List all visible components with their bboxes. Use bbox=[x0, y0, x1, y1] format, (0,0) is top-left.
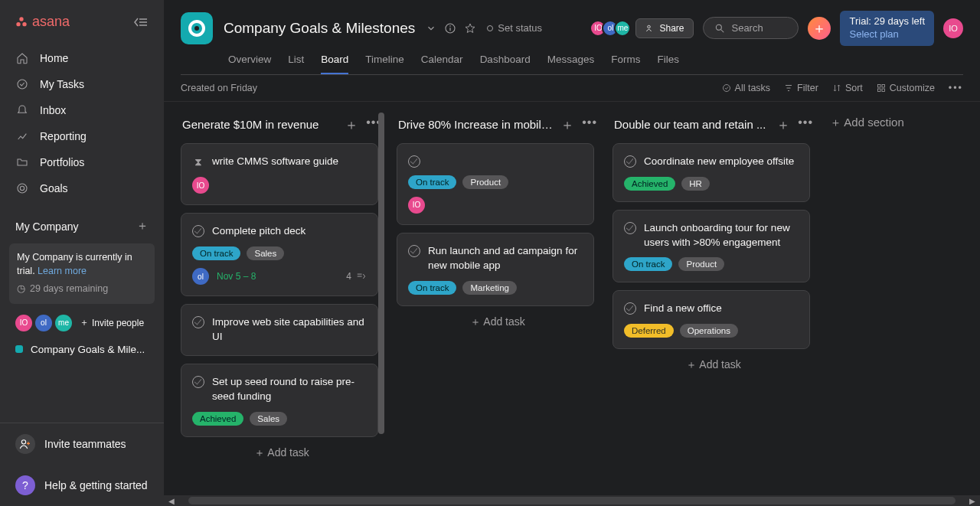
task-card[interactable]: Run launch and ad campaign for new mobil… bbox=[397, 233, 594, 306]
tab-overview[interactable]: Overview bbox=[228, 54, 271, 74]
column-more-icon[interactable]: ••• bbox=[798, 116, 813, 134]
task-title: write CMMS software guide bbox=[212, 155, 338, 169]
nav-goals[interactable]: Goals bbox=[0, 175, 164, 201]
scroll-left-icon[interactable]: ◀ bbox=[165, 497, 178, 505]
workspace-header[interactable]: My Company ＋ bbox=[0, 207, 164, 239]
current-user-avatar[interactable]: IO bbox=[943, 18, 963, 38]
horizontal-scrollbar[interactable]: ◀ ▶ bbox=[164, 495, 980, 506]
nav-home[interactable]: Home bbox=[0, 45, 164, 71]
app-logo[interactable]: asana bbox=[15, 14, 70, 30]
add-card-icon[interactable]: ＋ bbox=[560, 116, 574, 134]
complete-task-icon[interactable] bbox=[408, 155, 420, 168]
add-card-icon[interactable]: ＋ bbox=[776, 116, 790, 134]
complete-task-icon[interactable] bbox=[192, 376, 204, 388]
task-tag[interactable]: HR bbox=[681, 177, 710, 191]
created-label: Created on Friday bbox=[181, 83, 257, 93]
select-plan-link[interactable]: Select plan bbox=[849, 28, 925, 41]
tab-messages[interactable]: Messages bbox=[547, 54, 595, 74]
nav-portfolios[interactable]: Portfolios bbox=[0, 149, 164, 175]
task-tag[interactable]: On track bbox=[192, 246, 240, 260]
invite-people-link[interactable]: ＋ Invite people bbox=[80, 316, 144, 329]
task-card[interactable]: Launch onboarding tour for new users wit… bbox=[612, 210, 810, 283]
task-tag[interactable]: Marketing bbox=[462, 281, 517, 295]
task-tag[interactable]: Achieved bbox=[192, 412, 243, 426]
global-add-button[interactable]: ＋ bbox=[808, 17, 831, 40]
task-tag[interactable]: Product bbox=[462, 175, 508, 189]
task-tag[interactable]: On track bbox=[624, 257, 672, 271]
complete-task-icon[interactable] bbox=[408, 245, 420, 257]
tab-calendar[interactable]: Calendar bbox=[421, 54, 463, 74]
vertical-scrollbar[interactable] bbox=[378, 113, 384, 434]
more-icon[interactable]: ••• bbox=[949, 83, 963, 93]
task-tag[interactable]: Sales bbox=[250, 412, 287, 426]
task-tag[interactable]: Product bbox=[678, 257, 724, 271]
collapse-sidebar-icon[interactable] bbox=[133, 17, 149, 28]
project-avatar[interactable] bbox=[181, 12, 213, 44]
search-input[interactable]: Search bbox=[703, 17, 799, 39]
task-tag[interactable]: Operations bbox=[680, 324, 738, 338]
add-task-button[interactable]: ＋ Add task bbox=[397, 306, 599, 338]
task-card[interactable]: Find a new officeDeferredOperations bbox=[612, 290, 810, 349]
task-tag[interactable]: Sales bbox=[247, 246, 284, 260]
assignee-avatar[interactable]: IO bbox=[192, 177, 209, 194]
share-button[interactable]: Share bbox=[635, 18, 694, 38]
nav-mytasks[interactable]: My Tasks bbox=[0, 71, 164, 97]
tab-list[interactable]: List bbox=[288, 54, 304, 74]
avatar[interactable]: ol bbox=[35, 315, 52, 331]
assignee-avatar[interactable]: ol bbox=[192, 268, 209, 285]
trial-notice: My Company is currently in trial. Learn … bbox=[9, 243, 155, 304]
tab-files[interactable]: Files bbox=[657, 54, 679, 74]
scrollbar-track[interactable] bbox=[188, 497, 956, 504]
invite-teammates-button[interactable]: Invite teammates bbox=[0, 423, 164, 465]
avatar[interactable]: me bbox=[614, 20, 631, 37]
add-task-button[interactable]: ＋ Add task bbox=[181, 437, 383, 469]
complete-task-icon[interactable] bbox=[624, 302, 636, 315]
avatar[interactable]: me bbox=[55, 315, 72, 331]
project-link[interactable]: Company Goals & Mile... bbox=[0, 338, 164, 361]
svg-point-6 bbox=[18, 80, 27, 89]
task-card[interactable]: Coordinate new employee offsiteAchievedH… bbox=[612, 143, 810, 202]
add-section-button[interactable]: ＋ Add section bbox=[828, 113, 906, 485]
add-workspace-icon[interactable]: ＋ bbox=[136, 218, 149, 234]
task-card[interactable]: Set up seed round to raise pre-seed fund… bbox=[181, 364, 378, 437]
task-tag[interactable]: On track bbox=[408, 281, 456, 295]
task-tag[interactable]: On track bbox=[408, 175, 456, 189]
trial-banner[interactable]: Trial: 29 days left Select plan bbox=[840, 11, 934, 46]
tab-forms[interactable]: Forms bbox=[611, 54, 640, 74]
tab-board[interactable]: Board bbox=[321, 54, 348, 74]
task-card[interactable]: Improve web site capabilities and UI bbox=[181, 304, 378, 356]
asana-logo-icon bbox=[15, 15, 28, 29]
task-card[interactable]: Complete pitch deckOn trackSalesolNov 5 … bbox=[181, 213, 378, 296]
tab-dashboard[interactable]: Dashboard bbox=[480, 54, 531, 74]
learn-more-link[interactable]: Learn more bbox=[38, 266, 87, 276]
customize-button[interactable]: Customize bbox=[877, 83, 935, 93]
assignee-avatar[interactable]: IO bbox=[408, 197, 425, 214]
nav-inbox[interactable]: Inbox bbox=[0, 97, 164, 123]
task-card[interactable]: On trackProductIO bbox=[397, 143, 594, 225]
chevron-down-icon[interactable] bbox=[426, 23, 436, 34]
complete-task-icon[interactable] bbox=[624, 222, 636, 234]
column-more-icon[interactable]: ••• bbox=[582, 116, 597, 134]
set-status-button[interactable]: Set status bbox=[487, 22, 542, 34]
all-tasks-filter[interactable]: All tasks bbox=[722, 83, 771, 93]
filter-button[interactable]: Filter bbox=[784, 83, 818, 93]
scroll-right-icon[interactable]: ▶ bbox=[966, 497, 978, 505]
complete-task-icon[interactable] bbox=[624, 155, 636, 168]
svg-point-14 bbox=[717, 24, 722, 30]
task-tag[interactable]: Achieved bbox=[624, 177, 675, 191]
avatar[interactable]: IO bbox=[15, 315, 32, 331]
add-card-icon[interactable]: ＋ bbox=[345, 116, 358, 134]
task-card[interactable]: ⧗write CMMS software guideIO bbox=[181, 143, 378, 206]
add-task-button[interactable]: ＋ Add task bbox=[612, 349, 815, 381]
task-tag[interactable]: Deferred bbox=[624, 324, 674, 338]
info-icon[interactable] bbox=[444, 22, 456, 34]
star-icon[interactable] bbox=[464, 22, 476, 34]
sort-button[interactable]: Sort bbox=[832, 83, 863, 93]
tab-timeline[interactable]: Timeline bbox=[365, 54, 404, 74]
help-button[interactable]: ? Help & getting started bbox=[0, 465, 164, 506]
column-title: Generate $10M in revenue bbox=[182, 118, 337, 131]
board-columns: Generate $10M in revenue ＋ ••• ⧗write CM… bbox=[164, 102, 980, 495]
complete-task-icon[interactable] bbox=[192, 316, 204, 328]
complete-task-icon[interactable] bbox=[192, 225, 204, 237]
nav-reporting[interactable]: Reporting bbox=[0, 123, 164, 149]
